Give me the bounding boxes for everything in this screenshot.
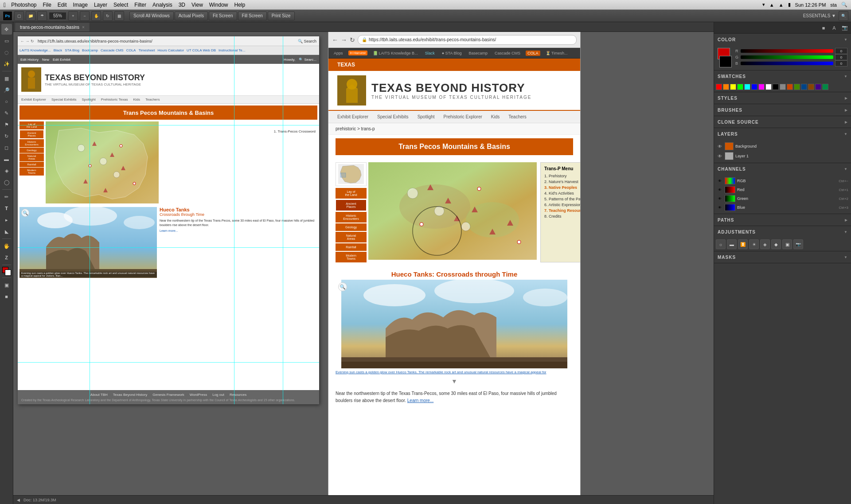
fit-screen-btn[interactable]: Fit Screen [209, 12, 237, 20]
menu-filter[interactable]: Filter [134, 2, 146, 8]
swatch-purple[interactable] [815, 84, 821, 90]
sta-bookmark[interactable]: ● STA Blog [440, 50, 464, 56]
browser-nav-kids[interactable]: Kids [491, 114, 500, 119]
b-input[interactable] [835, 60, 847, 66]
panel-icon-3[interactable]: 📷 [840, 23, 849, 32]
channel-eye-rgb[interactable]: 👁 [717, 178, 723, 184]
harvest-bookmark[interactable]: H Harvest [348, 51, 368, 55]
trans-p-item-6[interactable]: 6. Artistic Expression [544, 203, 581, 207]
menu-file[interactable]: File [43, 2, 51, 8]
laits-bookmark[interactable]: 📗 LAITS Knowledge B... [371, 50, 420, 56]
channels-panel-header[interactable]: CHANNELS ▼ [714, 163, 851, 175]
zoom-out-btn[interactable]: − [80, 11, 90, 21]
spot-heal-tool[interactable]: ○ [1, 96, 12, 107]
move-tool[interactable]: ✥ [1, 24, 12, 35]
fill-screen-btn[interactable]: Fill Screen [238, 12, 267, 20]
trans-p-item-1[interactable]: 1. Prehistory [544, 174, 581, 178]
new-file-btn[interactable]: ▢ [14, 11, 24, 21]
swatch-green[interactable] [737, 84, 743, 90]
panel-icon-1[interactable]: ■ [819, 23, 828, 32]
menu-analysis[interactable]: Analysis [152, 2, 172, 8]
layer-item-1[interactable]: 👁 Background [716, 141, 849, 151]
panel-icon-2[interactable]: A [830, 23, 839, 32]
color-box[interactable] [2, 267, 11, 276]
menu-image[interactable]: Image [73, 2, 88, 8]
styles-panel-header[interactable]: STYLES ▶ [714, 92, 851, 104]
browser-forward-btn[interactable]: → [341, 36, 347, 43]
browser-sb-lay[interactable]: Lay ofthe Land [336, 188, 367, 199]
trans-p-item-7[interactable]: 7. Teaching Resources [544, 208, 581, 213]
layer-eye-1[interactable]: 👁 [717, 143, 723, 149]
swatch-navy[interactable] [801, 84, 807, 90]
menu-window[interactable]: Window [209, 2, 228, 8]
crop-tool[interactable]: ▦ [1, 73, 12, 84]
browser-sb-geology[interactable]: Geology [336, 223, 367, 231]
gradient-tool[interactable]: ▬ [1, 154, 12, 164]
apps-label[interactable]: Apps [332, 50, 345, 56]
browser-sb-rainfall[interactable]: Rainfall [336, 243, 367, 251]
brushes-panel-header[interactable]: BRUSHES ▶ [714, 104, 851, 116]
hand-tool[interactable]: 🖐 [1, 241, 12, 251]
layer-item-2[interactable]: 👁 Layer 1 [716, 151, 849, 161]
clone-source-panel-header[interactable]: CLONE SOURCE ▶ [714, 116, 851, 128]
swatch-orange[interactable] [723, 84, 729, 90]
swatch-red[interactable] [716, 84, 722, 90]
swatches-panel-header[interactable]: SWATCHES ▼ [714, 70, 851, 82]
channel-eye-red[interactable]: 👁 [717, 187, 723, 193]
swatch-darkgreen[interactable] [794, 84, 800, 90]
channel-eye-green[interactable]: 👁 [717, 195, 723, 202]
adjustments-panel-header[interactable]: ADJUSTMENTS ▼ [714, 226, 851, 238]
path-select-tool[interactable]: ▸ [1, 215, 12, 225]
bg-color-swatch[interactable] [719, 56, 732, 67]
type-tool[interactable]: T [1, 203, 12, 214]
b-slider[interactable] [741, 62, 833, 65]
browser-nav-special[interactable]: Special Exhibits [377, 114, 409, 119]
channel-red[interactable]: 👁 Red Ctrl+1 [716, 185, 849, 194]
menu-help[interactable]: Help [234, 2, 245, 8]
close-tab-icon[interactable]: × [82, 25, 85, 30]
r-input[interactable] [835, 48, 847, 54]
menu-view[interactable]: View [191, 2, 203, 8]
app-name-menu[interactable]: Photoshop [11, 2, 36, 8]
adj-hsl[interactable]: ◆ [771, 239, 781, 249]
browser-nav-prehistoric[interactable]: Prehistoric Explorer [444, 114, 482, 119]
search-btn[interactable]: 🔍 [839, 11, 848, 21]
layers-panel-header[interactable]: LAYERS ▼ [714, 128, 851, 140]
channel-rgb[interactable]: 👁 RGB Ctrl+~ [716, 176, 849, 185]
adj-levels[interactable]: ▬ [727, 239, 737, 249]
browser-caption[interactable]: Evening sun casts a golden glow over Hue… [336, 370, 573, 374]
trans-p-item-5[interactable]: 5. Patterns of the Past [544, 197, 581, 201]
menu-select[interactable]: Select [113, 2, 128, 8]
swatch-white[interactable] [765, 84, 772, 90]
browser-learn-more[interactable]: Learn more... [407, 398, 433, 403]
swatch-brown[interactable] [787, 84, 793, 90]
swatch-magenta[interactable] [758, 84, 765, 90]
trans-p-item-3[interactable]: 3. Native Peoples [544, 185, 581, 190]
adj-curves[interactable]: ⏬ [738, 239, 748, 249]
swatch-cyan[interactable] [744, 84, 750, 90]
browser-nav-spotlight[interactable]: Spotlight [418, 114, 435, 119]
r-slider[interactable] [741, 49, 833, 53]
zoom-input[interactable] [49, 12, 66, 20]
browser-sb-modern[interactable]: ModernTowns [336, 252, 367, 262]
browser-address-bar[interactable]: 🔒 https://tbh.laits.utexas.edu/exhibit/t… [358, 35, 577, 45]
channel-blue[interactable]: 👁 Blue Ctrl+3 [716, 203, 849, 212]
browser-sb-natural[interactable]: NaturalAreas [336, 232, 367, 242]
canvas-scroll[interactable]: ← → ↻ https://1fh.laits.utexas.edu/exhib… [13, 32, 714, 495]
trans-p-item-4[interactable]: 4. Kid's Activities [544, 191, 581, 195]
adj-brightness[interactable]: ☼ [716, 239, 726, 249]
browser-sb-ancient[interactable]: AncientPlaces [336, 199, 367, 211]
spotlight-icon[interactable]: 🔍 [841, 2, 847, 8]
timesh-bookmark[interactable]: ⏳ Timesh... [544, 50, 570, 56]
rotate-btn[interactable]: ↻ [103, 11, 113, 21]
swatch-black[interactable] [773, 84, 779, 90]
swatch-gray[interactable] [780, 84, 786, 90]
screen-mode-btn[interactable]: ■ [1, 291, 12, 302]
actual-pixels-btn[interactable]: Actual Pixels [175, 12, 208, 20]
color-panel-header[interactable]: COLOR ▼ [714, 34, 851, 45]
open-file-btn[interactable]: 📁 [26, 11, 35, 21]
lasso-tool[interactable]: ◌ [1, 47, 12, 58]
zoom-in-btn[interactable]: + [68, 11, 78, 21]
dodge-tool[interactable]: ◯ [1, 177, 12, 188]
menu-edit[interactable]: Edit [58, 2, 67, 8]
